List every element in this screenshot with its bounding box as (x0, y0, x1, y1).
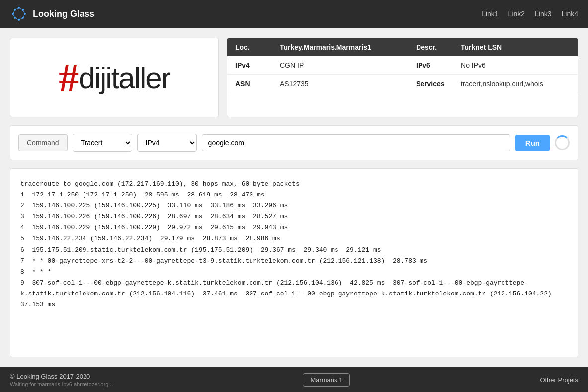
nav-link4[interactable]: Link4 (562, 10, 578, 18)
nav-link3[interactable]: Link3 (535, 10, 551, 18)
info-table: Loc. Turkey.Marmaris.Marmaris1 Descr. Tu… (227, 38, 578, 93)
output-text: traceroute to google.com (172.217.169.11… (20, 179, 568, 310)
footer-left: © Looking Glass 2017-2020 Waiting for ma… (10, 373, 113, 387)
loading-spinner (555, 135, 570, 150)
svg-line-15 (23, 14, 25, 18)
hash-symbol: # (59, 58, 79, 98)
brand-label: Looking Glass (33, 9, 94, 19)
col-descr-header: Descr. (408, 38, 453, 56)
header-nav: Link1 Link2 Link3 Link4 (482, 10, 578, 18)
main-content: # dijitaller Loc. Turkey.Marmaris.Marmar… (0, 28, 588, 367)
info-row-2: ASN AS12735 Services tracert,nslookup,cu… (227, 75, 578, 93)
svg-line-10 (23, 10, 25, 14)
command-section: Command Tracert Ping NSLookup Curl Whois… (10, 125, 578, 160)
looking-glass-logo-icon (10, 5, 28, 23)
nav-link2[interactable]: Link2 (508, 10, 525, 18)
svg-line-9 (19, 8, 23, 10)
svg-line-12 (13, 14, 15, 18)
dijitaller-logo: # dijitaller (59, 58, 169, 98)
logo-card: # dijitaller (10, 38, 219, 117)
top-section: # dijitaller Loc. Turkey.Marmaris.Marmar… (10, 38, 578, 117)
info-table-header-row: Loc. Turkey.Marmaris.Marmaris1 Descr. Tu… (227, 38, 578, 56)
ipv4-value: CGN IP (272, 56, 408, 75)
run-button[interactable]: Run (515, 135, 550, 151)
svg-line-13 (15, 18, 19, 20)
ipv6-value: No IPv6 (453, 56, 578, 75)
services-value: tracert,nslookup,curl,whois (453, 75, 578, 93)
svg-line-11 (13, 10, 15, 14)
footer: © Looking Glass 2017-2020 Waiting for ma… (0, 367, 588, 392)
footer-status: Waiting for marmaris-ipv6.ahmetozer.org.… (10, 381, 113, 387)
nav-link1[interactable]: Link1 (482, 10, 498, 18)
brand: Looking Glass (10, 5, 94, 23)
location-badge-button[interactable]: Marmaris 1 (303, 373, 350, 387)
info-row-1: IPv4 CGN IP IPv6 No IPv6 (227, 56, 578, 75)
info-card: Loc. Turkey.Marmaris.Marmaris1 Descr. Tu… (227, 38, 578, 117)
logo-text-dijitaller: dijitaller (79, 61, 169, 95)
col-value-header: Turknet LSN (453, 38, 578, 56)
col-location-header: Turkey.Marmaris.Marmaris1 (272, 38, 408, 56)
protocol-select[interactable]: IPv4 IPv6 (137, 134, 197, 152)
other-projects-label: Other Projets (540, 376, 578, 384)
footer-copyright: © Looking Glass 2017-2020 (10, 373, 113, 380)
col-loc-header: Loc. (227, 38, 272, 56)
command-select[interactable]: Tracert Ping NSLookup Curl Whois (73, 134, 132, 152)
ipv6-label: IPv6 (408, 56, 453, 75)
ipv4-label: IPv4 (227, 56, 272, 75)
services-label: Services (408, 75, 453, 93)
footer-center: Marmaris 1 (303, 373, 350, 387)
asn-value: AS12735 (272, 75, 408, 93)
header: Looking Glass Link1 Link2 Link3 Link4 (0, 0, 588, 28)
output-section: traceroute to google.com (172.217.169.11… (10, 168, 578, 357)
asn-label: ASN (227, 75, 272, 93)
svg-line-8 (15, 8, 19, 10)
target-input[interactable] (202, 134, 510, 151)
footer-right: Other Projets (540, 376, 578, 384)
svg-line-14 (19, 18, 23, 20)
command-label: Command (18, 134, 68, 151)
